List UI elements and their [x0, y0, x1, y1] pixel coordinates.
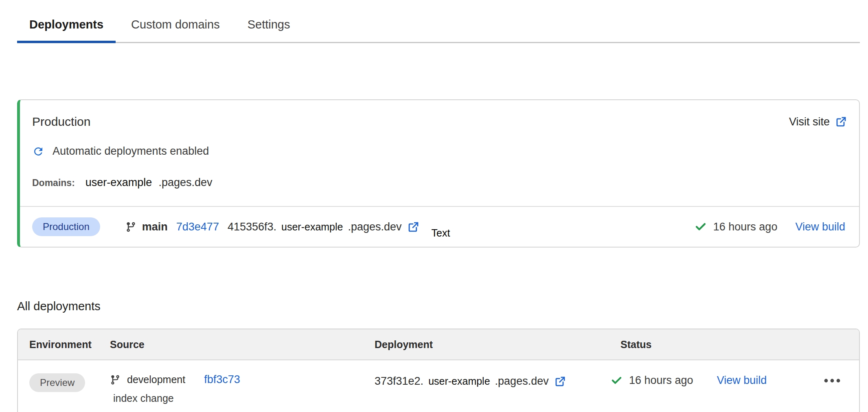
external-link-icon[interactable] [555, 376, 566, 387]
column-header-status: Status [611, 339, 859, 351]
ellipsis-icon [823, 376, 841, 386]
domains-line: Domains: user-example .pages.dev [32, 176, 847, 189]
environment-badge: Production [32, 217, 100, 236]
view-build-link[interactable]: View build [795, 221, 845, 233]
branch-name: main [142, 221, 168, 233]
production-card: Production Visit site Automatic deploym [17, 99, 860, 248]
view-build-link[interactable]: View build [717, 374, 767, 387]
deployment-id: 415356f3. [228, 221, 276, 233]
row-menu-button[interactable] [823, 376, 841, 386]
deployment-suffix: .pages.dev [348, 221, 401, 233]
domains-label: Domains: [32, 178, 75, 188]
commit-message: index change [113, 392, 375, 404]
external-link-icon[interactable] [408, 221, 419, 233]
visit-site-link[interactable]: Visit site [789, 116, 847, 128]
visit-site-label: Visit site [789, 116, 830, 128]
deployment-time: 16 hours ago [713, 221, 778, 233]
deployment-suffix: .pages.dev [495, 375, 549, 388]
tab-bar: Deployments Custom domains Settings [17, 11, 860, 43]
refresh-icon [32, 145, 44, 158]
stray-text-label: Text [432, 227, 450, 239]
table-row: Preview development fbf3c73 index change… [18, 360, 859, 412]
commit-link[interactable]: 7d3e477 [176, 221, 219, 233]
column-header-environment: Environment [29, 339, 110, 351]
domain-suffix: .pages.dev [158, 176, 212, 189]
tab-settings[interactable]: Settings [235, 11, 302, 42]
git-branch-icon [125, 221, 136, 232]
production-card-title: Production [32, 115, 90, 129]
deployment-domain: user-example [281, 221, 343, 233]
deployment-time: 16 hours ago [629, 374, 693, 387]
success-check-icon [611, 375, 623, 386]
domain-name: user-example [85, 176, 152, 189]
table-header-row: Environment Source Deployment Status [18, 329, 859, 360]
deployments-table: Environment Source Deployment Status Pre… [17, 329, 860, 412]
success-check-icon [695, 221, 707, 233]
commit-link[interactable]: fbf3c73 [204, 373, 240, 386]
tab-custom-domains[interactable]: Custom domains [119, 11, 232, 42]
branch-name: development [127, 374, 185, 386]
tab-deployments[interactable]: Deployments [17, 11, 116, 42]
git-branch-icon [110, 375, 121, 385]
deployment-domain: user-example [428, 375, 490, 387]
column-header-deployment: Deployment [375, 339, 611, 351]
column-header-source: Source [110, 339, 375, 351]
external-link-icon [835, 116, 847, 127]
production-deployment-row: Production main 7d3e477 415356f3. user-e… [20, 207, 859, 247]
auto-deploy-text: Automatic deployments enabled [53, 145, 209, 158]
environment-badge: Preview [29, 373, 85, 392]
deployment-id: 373f31e2. [375, 375, 423, 388]
all-deployments-heading: All deployments [17, 300, 868, 313]
